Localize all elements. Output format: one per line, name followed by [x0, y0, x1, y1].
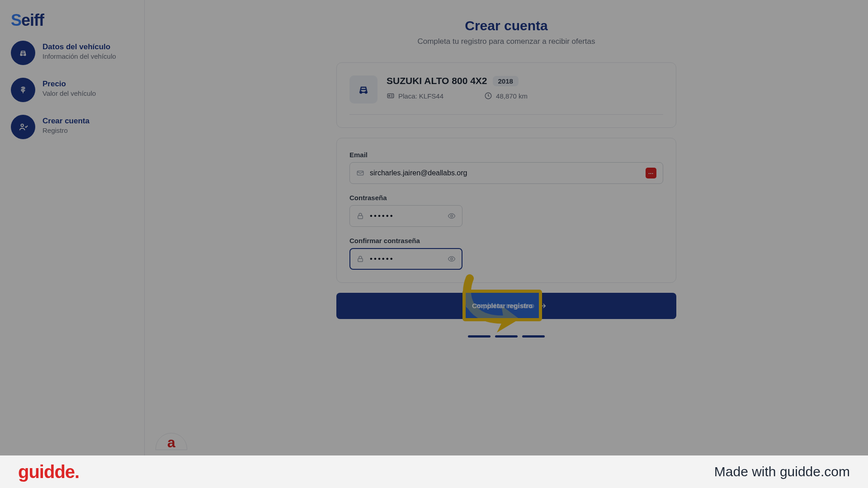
- password-input-wrap[interactable]: ••••••: [349, 205, 462, 227]
- logo-text: eiff: [21, 11, 44, 29]
- confirm-password-label: Confirmar contraseña: [349, 237, 663, 244]
- sidebar-item-vehicle[interactable]: Datos del vehículo Información del vehíc…: [11, 41, 133, 65]
- guidde-logo: guidde.: [18, 462, 79, 482]
- password-manager-badge[interactable]: •••: [646, 168, 656, 178]
- plate-value: KLFS44: [419, 92, 443, 100]
- dollar-icon: [11, 78, 35, 102]
- logo-prefix: S: [11, 11, 21, 29]
- id-card-icon: [387, 92, 395, 100]
- progress-indicator: [336, 335, 676, 338]
- form-card: Email ••• Contraseña •••••• Confirmar co…: [336, 138, 676, 283]
- vehicle-plate: Placa: KLFS44: [387, 92, 443, 100]
- email-label: Email: [349, 151, 663, 159]
- km-value: 48,870 km: [496, 92, 528, 100]
- lock-icon: [356, 255, 364, 263]
- user-check-icon: [11, 115, 35, 139]
- svg-point-2: [21, 124, 24, 127]
- email-input-wrap[interactable]: •••: [349, 162, 663, 184]
- vehicle-km: 48,870 km: [484, 92, 528, 100]
- submit-label: Completar registro: [466, 301, 534, 310]
- svg-rect-11: [358, 258, 363, 262]
- eye-icon[interactable]: [448, 212, 456, 220]
- vehicle-card: SUZUKI ALTO 800 4X2 2018 Placa: KLFS44 4…: [336, 62, 676, 128]
- lock-icon: [356, 212, 364, 220]
- eye-icon[interactable]: [448, 255, 456, 263]
- confirm-password-input-wrap[interactable]: ••••••: [349, 248, 462, 270]
- arrow-right-icon: [539, 302, 547, 310]
- vehicle-name: SUZUKI ALTO 800 4X2: [387, 75, 487, 86]
- sidebar-item-label: Precio: [42, 80, 96, 89]
- password-input[interactable]: ••••••: [370, 211, 448, 221]
- vehicle-year-badge: 2018: [493, 76, 519, 86]
- main-content: Crear cuenta Completa tu registro para c…: [145, 0, 868, 455]
- plate-label: Placa:: [398, 92, 419, 100]
- page-title: Crear cuenta: [181, 18, 832, 33]
- svg-point-10: [451, 215, 453, 217]
- car-icon: [11, 41, 35, 65]
- guidde-attribution: Made with guidde.com: [714, 464, 850, 479]
- help-fab[interactable]: a: [156, 433, 187, 450]
- sidebar-item-sublabel: Valor del vehículo: [42, 89, 96, 97]
- car-icon: [349, 75, 377, 103]
- sidebar: Seiff Datos del vehículo Información del…: [0, 0, 145, 455]
- guidde-footer: guidde. Made with guidde.com: [0, 455, 868, 488]
- sidebar-item-label: Crear cuenta: [42, 117, 90, 126]
- sidebar-item-sublabel: Registro: [42, 127, 90, 134]
- mail-icon: [356, 169, 364, 177]
- email-input[interactable]: [370, 169, 646, 177]
- sidebar-item-label: Datos del vehículo: [42, 42, 116, 52]
- logo: Seiff: [11, 11, 133, 30]
- page-subtitle: Completa tu registro para comenzar a rec…: [181, 37, 832, 46]
- submit-button[interactable]: Completar registro: [336, 293, 676, 319]
- svg-rect-9: [358, 216, 363, 219]
- password-label: Contraseña: [349, 194, 663, 202]
- clock-icon: [484, 92, 492, 100]
- sidebar-item-sublabel: Información del vehículo: [42, 52, 116, 60]
- confirm-password-input[interactable]: ••••••: [370, 254, 448, 263]
- sidebar-item-price[interactable]: Precio Valor del vehículo: [11, 78, 133, 102]
- svg-point-6: [389, 95, 390, 97]
- sidebar-item-account[interactable]: Crear cuenta Registro: [11, 115, 133, 139]
- svg-point-12: [451, 258, 453, 260]
- page-heading: Crear cuenta Completa tu registro para c…: [181, 18, 832, 46]
